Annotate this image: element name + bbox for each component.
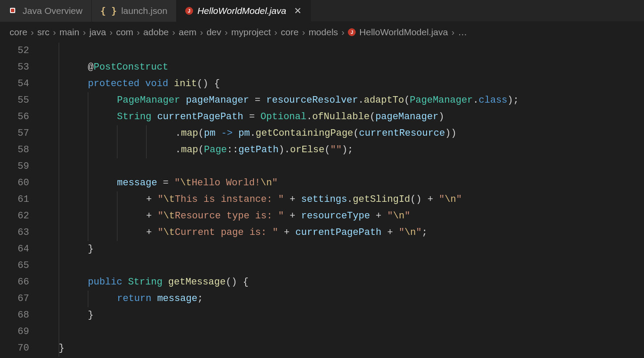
chevron-right-icon: › — [302, 27, 305, 37]
code-line[interactable]: .map(Page::getPath).orElse(""); — [41, 142, 519, 158]
line-number[interactable]: 60 — [0, 175, 29, 191]
chevron-right-icon: › — [137, 27, 140, 37]
breadcrumb-segment[interactable]: java — [89, 27, 106, 37]
indent-guide — [88, 142, 88, 158]
chevron-right-icon: › — [274, 27, 277, 37]
line-number[interactable]: 55 — [0, 92, 29, 109]
code-line[interactable]: String currentPagePath = Optional.ofNull… — [41, 109, 519, 125]
chevron-right-icon: › — [83, 27, 86, 37]
line-number[interactable]: 63 — [0, 224, 29, 241]
breadcrumb-segment[interactable]: com — [116, 27, 133, 37]
indent-guide — [59, 43, 59, 59]
code-line[interactable] — [41, 158, 519, 175]
indent-guide — [59, 59, 59, 76]
breadcrumb-segment[interactable]: aem — [179, 27, 197, 37]
java-logo-icon — [9, 6, 18, 16]
line-number[interactable]: 70 — [0, 340, 29, 357]
code-line[interactable]: message = "\tHello World!\n" — [41, 175, 519, 191]
code-line[interactable] — [41, 324, 519, 340]
indent-guide — [59, 142, 59, 158]
indent-guide — [59, 307, 59, 324]
code-line[interactable]: public String getMessage() { — [41, 274, 519, 291]
chevron-right-icon: › — [172, 27, 175, 37]
breadcrumb-segment[interactable]: dev — [207, 27, 221, 37]
close-icon[interactable]: ✕ — [294, 6, 302, 16]
indent-guide — [59, 258, 59, 274]
tab-java-overview[interactable]: Java Overview — [0, 0, 92, 22]
indent-guide — [59, 175, 59, 191]
breadcrumb-segment[interactable]: main — [60, 27, 80, 37]
breadcrumb-segment[interactable]: core — [10, 27, 27, 37]
indent-guide — [88, 224, 88, 241]
code-line[interactable]: .map(pm -> pm.getContainingPage(currentR… — [41, 125, 519, 142]
chevron-right-icon: › — [31, 27, 34, 37]
indent-guide — [59, 224, 59, 241]
line-number[interactable]: 53 — [0, 59, 29, 76]
code-line[interactable]: + "\tThis is instance: " + settings.getS… — [41, 191, 519, 208]
chevron-right-icon: › — [451, 27, 454, 37]
line-number[interactable]: 52 — [0, 43, 29, 59]
code-line[interactable]: + "\tResource type is: " + resourceType … — [41, 208, 519, 224]
tab-helloworldmodel-java[interactable]: J HelloWorldModel.java ✕ — [177, 0, 311, 22]
chevron-right-icon: › — [200, 27, 203, 37]
breadcrumb-file[interactable]: HelloWorldModel.java — [359, 27, 448, 37]
line-number[interactable]: 57 — [0, 125, 29, 142]
breadcrumb-segment[interactable]: myproject — [231, 27, 271, 37]
indent-guide — [59, 92, 59, 109]
tab-label: HelloWorldModel.java — [197, 6, 286, 16]
line-gutter[interactable]: 52535455565758596061626364656667686970 — [0, 43, 41, 357]
java-file-icon: J — [185, 7, 193, 15]
line-number[interactable]: 67 — [0, 291, 29, 307]
indent-guide — [117, 208, 117, 224]
code-line[interactable]: PageManager pageManager = resourceResolv… — [41, 92, 519, 109]
indent-guide — [59, 274, 59, 291]
chevron-right-icon: › — [53, 27, 56, 37]
line-number[interactable]: 56 — [0, 109, 29, 125]
line-number[interactable]: 54 — [0, 76, 29, 92]
indent-guide — [59, 340, 59, 357]
indent-guide — [59, 324, 59, 340]
code-line[interactable] — [41, 258, 519, 274]
indent-guide — [146, 142, 147, 158]
indent-guide — [117, 224, 117, 241]
indent-guide — [59, 125, 59, 142]
code-content[interactable]: @PostConstructprotected void init() {Pag… — [41, 43, 519, 357]
breadcrumb-more[interactable]: … — [458, 27, 467, 37]
line-number[interactable]: 68 — [0, 307, 29, 324]
code-editor[interactable]: 52535455565758596061626364656667686970 @… — [0, 43, 644, 357]
indent-guide — [117, 191, 117, 208]
tab-label: Java Overview — [23, 6, 83, 16]
code-line[interactable]: + "\tCurrent page is: " + currentPagePat… — [41, 224, 519, 241]
line-number[interactable]: 58 — [0, 142, 29, 158]
indent-guide — [59, 76, 59, 92]
code-line[interactable]: } — [41, 340, 519, 357]
chevron-right-icon: › — [341, 27, 344, 37]
line-number[interactable]: 65 — [0, 258, 29, 274]
breadcrumb-segment[interactable]: adobe — [143, 27, 169, 37]
indent-guide — [59, 208, 59, 224]
code-line[interactable]: } — [41, 241, 519, 258]
code-line[interactable]: } — [41, 307, 519, 324]
code-line[interactable]: protected void init() { — [41, 76, 519, 92]
svg-rect-1 — [11, 9, 14, 12]
indent-guide — [146, 125, 147, 142]
indent-guide — [117, 142, 117, 158]
tab-bar: Java Overview { } launch.json J HelloWor… — [0, 0, 644, 22]
breadcrumb-segment[interactable]: core — [281, 27, 299, 37]
line-number[interactable]: 64 — [0, 241, 29, 258]
indent-guide — [88, 191, 88, 208]
code-line[interactable] — [41, 43, 519, 59]
tab-launch-json[interactable]: { } launch.json — [92, 0, 177, 22]
line-number[interactable]: 69 — [0, 324, 29, 340]
code-line[interactable]: return message; — [41, 291, 519, 307]
indent-guide — [59, 109, 59, 125]
tab-label: launch.json — [121, 6, 167, 16]
line-number[interactable]: 62 — [0, 208, 29, 224]
code-line[interactable]: @PostConstruct — [41, 59, 519, 76]
line-number[interactable]: 66 — [0, 274, 29, 291]
breadcrumb-segment[interactable]: src — [37, 27, 50, 37]
breadcrumb-segment[interactable]: models — [309, 27, 338, 37]
line-number[interactable]: 61 — [0, 191, 29, 208]
indent-guide — [88, 109, 88, 125]
line-number[interactable]: 59 — [0, 158, 29, 175]
